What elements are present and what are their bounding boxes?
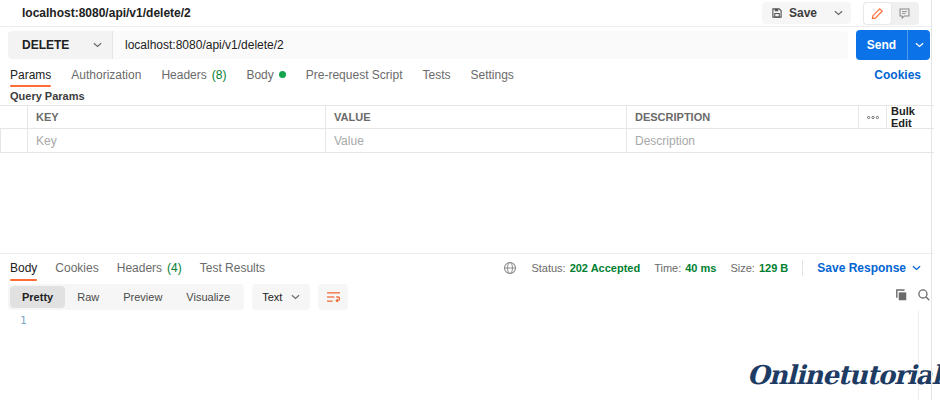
query-params-header-row: KEY VALUE DESCRIPTION Bulk Edit [0, 105, 934, 129]
format-dropdown[interactable]: Text [252, 284, 310, 310]
url-input[interactable] [112, 31, 848, 59]
comment-icon [898, 7, 911, 20]
bulk-edit-button[interactable]: Bulk Edit [886, 106, 934, 128]
search-button[interactable] [917, 288, 931, 302]
query-params-title: Query Params [10, 90, 85, 102]
meta-divider [802, 260, 803, 276]
send-button[interactable]: Send [856, 30, 907, 60]
response-tabs: Body Cookies Headers (4) Test Results St… [0, 254, 931, 281]
search-icon [917, 288, 931, 302]
edit-button[interactable] [864, 3, 891, 24]
watermark-text: Onlinetutorialspoint [747, 360, 940, 390]
tab-label: Body [10, 261, 37, 275]
tab-label: Headers [117, 261, 162, 275]
save-button-label: Save [789, 6, 817, 20]
save-button-group: Save [762, 2, 851, 24]
time-badge: Time: 40 ms [654, 262, 716, 274]
param-description-input[interactable] [635, 134, 926, 148]
size-badge: Size: 129 B [730, 262, 788, 274]
edit-comment-group [863, 2, 919, 25]
response-view-toolbar: Pretty Raw Preview Visualize Text [8, 284, 348, 310]
save-button[interactable]: Save [762, 6, 826, 20]
comment-button[interactable] [891, 3, 918, 24]
row-gutter [0, 106, 27, 128]
panel-right-border [931, 0, 932, 400]
format-selected-label: Text [262, 291, 282, 303]
tab-label: Params [10, 68, 51, 82]
chevron-down-icon [291, 294, 300, 300]
tab-params[interactable]: Params [10, 62, 51, 87]
column-header-value: VALUE [325, 106, 626, 128]
tab-label: Authorization [71, 68, 141, 82]
tab-settings[interactable]: Settings [471, 62, 514, 87]
view-mode-segmented-control: Pretty Raw Preview Visualize [8, 284, 244, 310]
editor-line-number: 1 [20, 314, 27, 327]
tab-label: Headers [161, 68, 206, 82]
tab-label: Settings [471, 68, 514, 82]
response-headers-count-badge: (4) [167, 261, 182, 275]
save-response-button[interactable]: Save Response [817, 261, 921, 275]
save-options-caret[interactable] [826, 2, 851, 24]
tab-body[interactable]: Body [246, 62, 285, 87]
send-options-caret[interactable] [907, 30, 930, 60]
response-actions [894, 288, 931, 302]
view-pretty-button[interactable]: Pretty [10, 286, 65, 308]
save-response-label: Save Response [817, 261, 906, 275]
globe-icon[interactable] [503, 261, 517, 275]
more-options-icon [866, 115, 880, 120]
tab-headers[interactable]: Headers (8) [161, 62, 226, 87]
size-value: 129 B [759, 262, 788, 274]
tab-label: Tests [422, 68, 450, 82]
tab-label: Body [246, 68, 273, 82]
headers-count-badge: (8) [212, 68, 227, 82]
method-label: DELETE [22, 38, 69, 52]
method-selector[interactable]: DELETE [8, 31, 112, 59]
status-badge: Status: 202 Accepted [531, 262, 640, 274]
request-url-bar: DELETE [8, 31, 848, 59]
tab-pre-request-script[interactable]: Pre-request Script [306, 62, 403, 87]
row-gutter [0, 129, 27, 152]
pencil-icon [871, 7, 884, 20]
response-tab-body[interactable]: Body [10, 254, 37, 281]
response-meta: Status: 202 Accepted Time: 40 ms Size: 1… [503, 254, 921, 281]
tab-label: Pre-request Script [306, 68, 403, 82]
cookies-link[interactable]: Cookies [874, 62, 921, 87]
request-tabs: Params Authorization Headers (8) Body Pr… [0, 62, 931, 87]
send-button-group: Send [856, 30, 930, 60]
query-params-table: KEY VALUE DESCRIPTION Bulk Edit [0, 105, 934, 153]
wrap-lines-icon [326, 291, 341, 303]
chevron-down-icon [93, 42, 102, 48]
param-value-input[interactable] [334, 134, 618, 148]
request-title[interactable]: localhost:8080/api/v1/delete/2 [22, 6, 191, 20]
view-raw-button[interactable]: Raw [65, 286, 111, 308]
params-more-options-button[interactable] [858, 106, 886, 128]
column-header-description: DESCRIPTION [626, 106, 858, 128]
query-params-empty-row [0, 129, 934, 153]
time-label: Time: [654, 262, 681, 274]
param-description-cell [626, 129, 934, 152]
size-label: Size: [730, 262, 754, 274]
header-actions: Save [762, 2, 919, 25]
column-header-key: KEY [27, 106, 325, 128]
view-visualize-button[interactable]: Visualize [174, 286, 242, 308]
response-tab-headers[interactable]: Headers (4) [117, 254, 182, 281]
request-header-bar: localhost:8080/api/v1/delete/2 Save [0, 0, 931, 27]
param-key-input[interactable] [36, 134, 317, 148]
tab-label: Test Results [200, 261, 265, 275]
view-preview-button[interactable]: Preview [111, 286, 174, 308]
response-tab-test-results[interactable]: Test Results [200, 254, 265, 281]
wrap-lines-button[interactable] [318, 284, 348, 310]
time-value: 40 ms [685, 262, 716, 274]
postman-app: localhost:8080/api/v1/delete/2 Save [0, 0, 940, 400]
tab-authorization[interactable]: Authorization [71, 62, 141, 87]
response-tab-cookies[interactable]: Cookies [55, 254, 98, 281]
tab-label: Cookies [55, 261, 98, 275]
save-icon [771, 7, 783, 19]
param-key-cell [27, 129, 325, 152]
status-value: 202 Accepted [570, 262, 641, 274]
chevron-down-icon [912, 265, 921, 271]
copy-icon [894, 288, 908, 302]
copy-button[interactable] [894, 288, 908, 302]
tab-tests[interactable]: Tests [422, 62, 450, 87]
param-value-cell [325, 129, 626, 152]
